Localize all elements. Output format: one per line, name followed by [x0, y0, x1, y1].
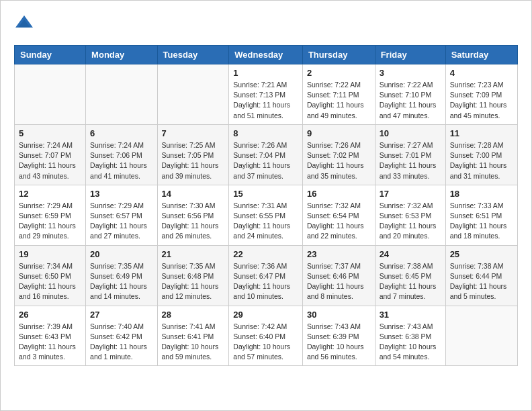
day-info: Sunrise: 7:40 AM Sunset: 6:42 PM Dayligh… — [90, 322, 152, 363]
day-number: 24 — [380, 249, 441, 259]
day-number: 3 — [380, 68, 441, 78]
day-number: 20 — [90, 249, 152, 259]
day-number: 31 — [380, 310, 441, 320]
day-info: Sunrise: 7:31 AM Sunset: 6:55 PM Dayligh… — [233, 201, 298, 242]
day-info: Sunrise: 7:42 AM Sunset: 6:40 PM Dayligh… — [233, 322, 298, 363]
week-row-5: 26Sunrise: 7:39 AM Sunset: 6:43 PM Dayli… — [15, 306, 518, 366]
day-cell: 22Sunrise: 7:36 AM Sunset: 6:47 PM Dayli… — [229, 245, 303, 306]
day-number: 1 — [233, 68, 298, 78]
day-number: 7 — [162, 128, 225, 138]
day-number: 25 — [450, 249, 513, 259]
day-number: 22 — [233, 249, 298, 259]
day-cell: 4Sunrise: 7:23 AM Sunset: 7:09 PM Daylig… — [445, 64, 517, 125]
day-number: 2 — [307, 68, 371, 78]
day-cell: 7Sunrise: 7:25 AM Sunset: 7:05 PM Daylig… — [157, 124, 229, 185]
day-cell: 26Sunrise: 7:39 AM Sunset: 6:43 PM Dayli… — [15, 306, 86, 366]
day-number: 28 — [162, 310, 225, 320]
day-cell: 18Sunrise: 7:33 AM Sunset: 6:51 PM Dayli… — [445, 185, 517, 245]
day-info: Sunrise: 7:33 AM Sunset: 6:51 PM Dayligh… — [450, 201, 513, 242]
day-info: Sunrise: 7:21 AM Sunset: 7:13 PM Dayligh… — [233, 80, 298, 121]
day-cell: 16Sunrise: 7:32 AM Sunset: 6:54 PM Dayli… — [302, 185, 375, 245]
day-cell: 29Sunrise: 7:42 AM Sunset: 6:40 PM Dayli… — [229, 306, 303, 366]
day-number: 19 — [19, 249, 81, 259]
day-number: 13 — [90, 189, 152, 199]
day-info: Sunrise: 7:25 AM Sunset: 7:05 PM Dayligh… — [162, 140, 225, 181]
day-cell: 5Sunrise: 7:24 AM Sunset: 7:07 PM Daylig… — [15, 124, 86, 185]
day-number: 11 — [450, 128, 513, 138]
day-number: 17 — [380, 189, 441, 199]
day-info: Sunrise: 7:43 AM Sunset: 6:38 PM Dayligh… — [380, 322, 441, 363]
day-number: 16 — [307, 189, 371, 199]
day-number: 18 — [450, 189, 513, 199]
day-cell: 15Sunrise: 7:31 AM Sunset: 6:55 PM Dayli… — [229, 185, 303, 245]
day-info: Sunrise: 7:28 AM Sunset: 7:00 PM Dayligh… — [450, 140, 513, 181]
day-info: Sunrise: 7:29 AM Sunset: 6:57 PM Dayligh… — [90, 201, 152, 242]
day-cell: 30Sunrise: 7:43 AM Sunset: 6:39 PM Dayli… — [302, 306, 375, 366]
day-cell: 2Sunrise: 7:22 AM Sunset: 7:11 PM Daylig… — [302, 64, 375, 125]
day-number: 27 — [90, 310, 152, 320]
day-info: Sunrise: 7:34 AM Sunset: 6:50 PM Dayligh… — [19, 261, 81, 302]
day-header-tuesday: Tuesday — [157, 46, 229, 64]
day-cell: 3Sunrise: 7:22 AM Sunset: 7:10 PM Daylig… — [375, 64, 445, 125]
day-cell: 9Sunrise: 7:26 AM Sunset: 7:02 PM Daylig… — [302, 124, 375, 185]
logo-icon — [14, 14, 34, 34]
day-header-row: SundayMondayTuesdayWednesdayThursdayFrid… — [15, 46, 518, 64]
day-cell: 25Sunrise: 7:38 AM Sunset: 6:44 PM Dayli… — [445, 245, 517, 306]
day-cell: 23Sunrise: 7:37 AM Sunset: 6:46 PM Dayli… — [302, 245, 375, 306]
week-row-3: 12Sunrise: 7:29 AM Sunset: 6:59 PM Dayli… — [15, 185, 518, 245]
day-info: Sunrise: 7:38 AM Sunset: 6:45 PM Dayligh… — [380, 261, 441, 302]
day-cell — [86, 64, 157, 125]
day-info: Sunrise: 7:43 AM Sunset: 6:39 PM Dayligh… — [307, 322, 371, 363]
calendar-container: SundayMondayTuesdayWednesdayThursdayFrid… — [0, 0, 532, 411]
day-cell — [15, 64, 86, 125]
logo — [14, 14, 37, 34]
day-number: 30 — [307, 310, 371, 320]
day-info: Sunrise: 7:32 AM Sunset: 6:54 PM Dayligh… — [307, 201, 371, 242]
day-cell: 12Sunrise: 7:29 AM Sunset: 6:59 PM Dayli… — [15, 185, 86, 245]
day-info: Sunrise: 7:32 AM Sunset: 6:53 PM Dayligh… — [380, 201, 441, 242]
day-info: Sunrise: 7:36 AM Sunset: 6:47 PM Dayligh… — [233, 261, 298, 302]
day-info: Sunrise: 7:26 AM Sunset: 7:04 PM Dayligh… — [233, 140, 298, 181]
day-number: 6 — [90, 128, 152, 138]
day-info: Sunrise: 7:26 AM Sunset: 7:02 PM Dayligh… — [307, 140, 371, 181]
day-cell: 19Sunrise: 7:34 AM Sunset: 6:50 PM Dayli… — [15, 245, 86, 306]
day-cell: 28Sunrise: 7:41 AM Sunset: 6:41 PM Dayli… — [157, 306, 229, 366]
day-header-wednesday: Wednesday — [229, 46, 303, 64]
day-cell: 1Sunrise: 7:21 AM Sunset: 7:13 PM Daylig… — [229, 64, 303, 125]
day-cell — [445, 306, 517, 366]
day-cell: 8Sunrise: 7:26 AM Sunset: 7:04 PM Daylig… — [229, 124, 303, 185]
day-header-sunday: Sunday — [15, 46, 86, 64]
day-header-monday: Monday — [86, 46, 157, 64]
calendar-table: SundayMondayTuesdayWednesdayThursdayFrid… — [14, 45, 518, 366]
header — [14, 14, 518, 34]
day-info: Sunrise: 7:37 AM Sunset: 6:46 PM Dayligh… — [307, 261, 371, 302]
day-cell — [157, 64, 229, 125]
day-number: 14 — [162, 189, 225, 199]
day-number: 15 — [233, 189, 298, 199]
day-cell: 10Sunrise: 7:27 AM Sunset: 7:01 PM Dayli… — [375, 124, 445, 185]
day-info: Sunrise: 7:30 AM Sunset: 6:56 PM Dayligh… — [162, 201, 225, 242]
day-header-thursday: Thursday — [302, 46, 375, 64]
day-info: Sunrise: 7:22 AM Sunset: 7:10 PM Dayligh… — [380, 80, 441, 121]
day-info: Sunrise: 7:38 AM Sunset: 6:44 PM Dayligh… — [450, 261, 513, 302]
day-header-saturday: Saturday — [445, 46, 517, 64]
week-row-1: 1Sunrise: 7:21 AM Sunset: 7:13 PM Daylig… — [15, 64, 518, 125]
day-cell: 24Sunrise: 7:38 AM Sunset: 6:45 PM Dayli… — [375, 245, 445, 306]
day-cell: 20Sunrise: 7:35 AM Sunset: 6:49 PM Dayli… — [86, 245, 157, 306]
day-info: Sunrise: 7:23 AM Sunset: 7:09 PM Dayligh… — [450, 80, 513, 121]
day-number: 9 — [307, 128, 371, 138]
day-info: Sunrise: 7:24 AM Sunset: 7:07 PM Dayligh… — [19, 140, 81, 181]
day-info: Sunrise: 7:35 AM Sunset: 6:48 PM Dayligh… — [162, 261, 225, 302]
day-number: 10 — [380, 128, 441, 138]
week-row-4: 19Sunrise: 7:34 AM Sunset: 6:50 PM Dayli… — [15, 245, 518, 306]
day-info: Sunrise: 7:27 AM Sunset: 7:01 PM Dayligh… — [380, 140, 441, 181]
day-info: Sunrise: 7:22 AM Sunset: 7:11 PM Dayligh… — [307, 80, 371, 121]
day-number: 21 — [162, 249, 225, 259]
day-info: Sunrise: 7:41 AM Sunset: 6:41 PM Dayligh… — [162, 322, 225, 363]
day-number: 23 — [307, 249, 371, 259]
day-cell: 27Sunrise: 7:40 AM Sunset: 6:42 PM Dayli… — [86, 306, 157, 366]
day-cell: 14Sunrise: 7:30 AM Sunset: 6:56 PM Dayli… — [157, 185, 229, 245]
day-cell: 17Sunrise: 7:32 AM Sunset: 6:53 PM Dayli… — [375, 185, 445, 245]
day-number: 26 — [19, 310, 81, 320]
day-cell: 31Sunrise: 7:43 AM Sunset: 6:38 PM Dayli… — [375, 306, 445, 366]
